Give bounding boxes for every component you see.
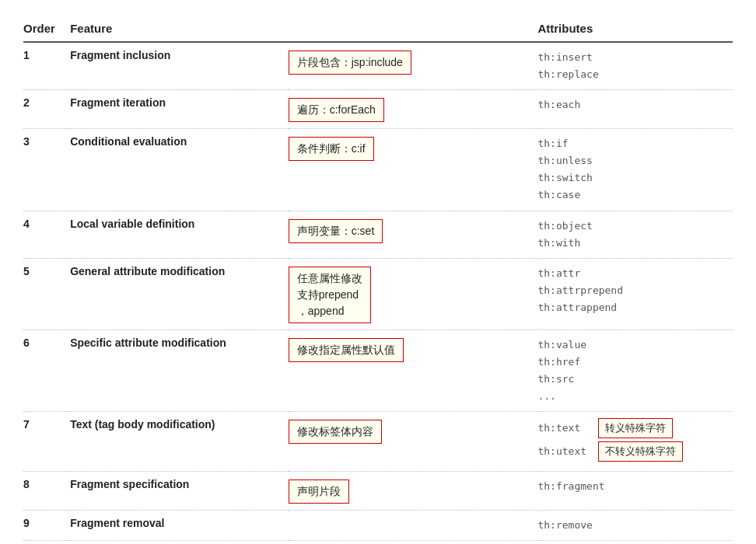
attributes-cell: th:each: [537, 90, 733, 129]
attr-value: th:attr: [537, 265, 725, 282]
attributes-cell: th:ifth:unlessth:switchth:case: [537, 129, 733, 211]
tooltip-cell: [289, 511, 538, 541]
attributes-cell: th:fragment: [537, 472, 733, 511]
table-row: 2Fragment iteration遍历：c:forEachth:each: [23, 90, 733, 129]
main-table: Order Feature Attributes 1Fragment inclu…: [23, 16, 733, 541]
attr-value: th:if: [537, 135, 725, 152]
order-cell: 2: [23, 90, 70, 129]
table-row: 4Local variable definition声明变量：c:setth:o…: [23, 211, 733, 258]
tooltip-box: 修改指定属性默认值: [289, 338, 404, 362]
table-row: 7Text (tag body modification)修改标签体内容th:t…: [23, 412, 733, 472]
order-cell: 6: [23, 330, 70, 411]
tooltip-box: 声明变量：c:set: [289, 219, 383, 243]
tooltip-cell: 条件判断：c:if: [289, 129, 538, 211]
col-header-order: Order: [23, 16, 70, 42]
feature-cell: General attribute modification: [70, 258, 289, 330]
col-header-tooltip: [289, 16, 538, 42]
attributes-cell: th:valueth:hrefth:src...: [537, 330, 733, 411]
attr-with-tooltip-row: th:text转义特殊字符: [537, 418, 725, 438]
attributes-cell: th:remove: [537, 511, 733, 541]
tooltip-box: 声明片段: [289, 479, 349, 504]
table-row: 1Fragment inclusion片段包含：jsp:includeth:in…: [23, 42, 733, 90]
order-cell: 5: [23, 258, 70, 330]
attr-value: th:text: [537, 420, 592, 437]
table-row: 3Conditional evaluation条件判断：c:ifth:ifth:…: [23, 129, 733, 211]
feature-cell: Fragment removal: [70, 511, 289, 541]
tooltip-cell: 修改标签体内容: [289, 412, 538, 472]
order-cell: 3: [23, 129, 70, 211]
attr-value: th:attrprepend: [537, 282, 725, 299]
attributes-cell: th:text转义特殊字符th:utext不转义特殊字符: [537, 412, 733, 472]
feature-cell: Conditional evaluation: [70, 129, 289, 211]
tooltip-cell: 声明变量：c:set: [289, 211, 538, 258]
tooltip-box: 条件判断：c:if: [289, 137, 374, 161]
attr-value: th:remove: [537, 517, 725, 534]
attr-value: th:fragment: [537, 478, 725, 495]
attr-note-box: 转义特殊字符: [598, 418, 673, 438]
tooltip-box: 遍历：c:forEach: [289, 98, 384, 122]
attr-value: th:unless: [537, 152, 725, 169]
table-row: 6Specific attribute modification修改指定属性默认…: [23, 330, 733, 411]
attr-value: th:src: [537, 371, 725, 388]
attributes-cell: th:insertth:replace: [537, 42, 733, 90]
table-row: 8Fragment specification声明片段th:fragment: [23, 472, 733, 511]
col-header-attributes: Attributes: [537, 16, 733, 42]
feature-cell: Local variable definition: [70, 211, 289, 258]
table-row: 9Fragment removalth:remove: [23, 511, 733, 541]
table-row: 5General attribute modification任意属性修改支持p…: [23, 258, 733, 330]
tooltip-box: 任意属性修改支持prepend，append: [289, 267, 371, 323]
tooltip-cell: 片段包含：jsp:include: [289, 42, 538, 90]
attr-value: th:href: [537, 354, 725, 371]
order-cell: 4: [23, 211, 70, 258]
attributes-cell: th:attrth:attrprependth:attrappend: [537, 258, 733, 330]
feature-cell: Fragment iteration: [70, 90, 289, 129]
tooltip-cell: 任意属性修改支持prepend，append: [289, 258, 538, 330]
order-cell: 7: [23, 412, 70, 472]
attr-value: th:insert: [537, 49, 725, 66]
attr-note-box: 不转义特殊字符: [598, 441, 683, 462]
tooltip-box: 片段包含：jsp:include: [289, 51, 411, 75]
attr-value: th:object: [537, 218, 725, 235]
order-cell: 8: [23, 472, 70, 511]
col-header-feature: Feature: [70, 16, 289, 42]
tooltip-box: 修改标签体内容: [289, 420, 382, 444]
attr-value: th:switch: [537, 169, 725, 187]
tooltip-cell: 修改指定属性默认值: [289, 330, 538, 411]
attr-with-tooltip-row: th:utext不转义特殊字符: [537, 441, 725, 462]
attr-value: th:utext: [537, 443, 592, 460]
attr-value: th:each: [537, 96, 725, 113]
feature-cell: Fragment specification: [70, 472, 289, 511]
attributes-cell: th:objectth:with: [537, 211, 733, 258]
order-cell: 9: [23, 511, 70, 541]
feature-cell: Specific attribute modification: [70, 330, 289, 411]
attr-value: th:case: [537, 187, 725, 204]
attr-value: th:attrappend: [537, 299, 725, 316]
tooltip-cell: 声明片段: [289, 472, 538, 511]
feature-cell: Text (tag body modification): [70, 412, 289, 472]
attr-value: th:replace: [537, 66, 725, 83]
order-cell: 1: [23, 42, 70, 90]
feature-cell: Fragment inclusion: [70, 42, 289, 90]
attr-value: ...: [537, 388, 725, 405]
tooltip-cell: 遍历：c:forEach: [289, 90, 538, 129]
attr-value: th:with: [537, 235, 725, 252]
attr-value: th:value: [537, 337, 725, 354]
